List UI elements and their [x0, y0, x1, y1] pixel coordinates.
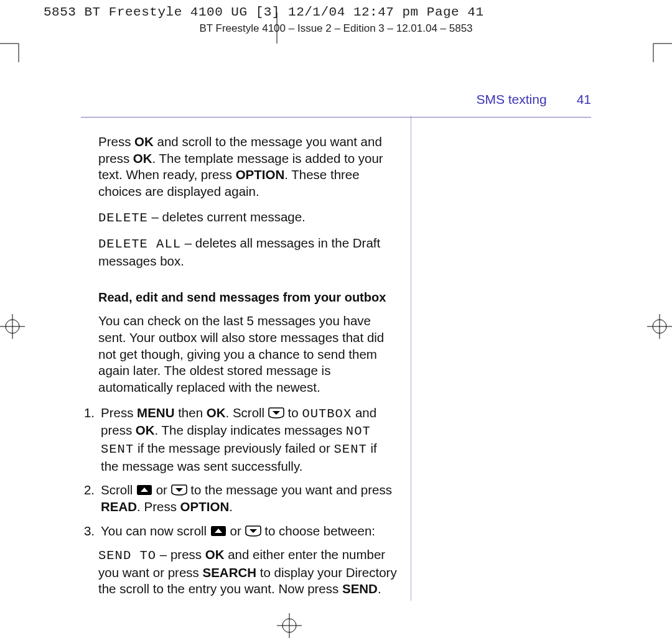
key-read: READ	[101, 499, 137, 514]
subsection-heading: Read, edit and send messages from your o…	[98, 289, 397, 305]
lcd-text: SENT	[334, 442, 367, 456]
key-send: SEND	[342, 581, 378, 596]
registration-mark-icon	[644, 311, 672, 342]
paragraph: DELETE ALL – deletes all messages in the…	[98, 235, 397, 269]
key-ok: OK	[133, 151, 152, 165]
svg-point-6	[282, 619, 296, 632]
paragraph: Press OK and scroll to the message you w…	[98, 134, 397, 200]
lcd-text: SEND TO	[98, 548, 156, 563]
body-column: Press OK and scroll to the message you w…	[98, 134, 397, 605]
up-arrow-icon	[136, 484, 152, 496]
registration-mark-icon	[274, 610, 305, 638]
up-arrow-icon	[210, 525, 226, 537]
key-option: OPTION	[236, 167, 285, 182]
paragraph: You can check on the last 5 messages you…	[98, 313, 397, 395]
list-number: 3.	[81, 523, 95, 540]
crop-mark-icon	[647, 37, 672, 62]
list-number: 1.	[81, 405, 95, 475]
lcd-text: DELETE ALL	[98, 237, 181, 251]
list-item: 1. Press MENU then OK. Scroll to OUTBOX …	[81, 405, 397, 475]
ordered-list: 1. Press MENU then OK. Scroll to OUTBOX …	[98, 405, 397, 598]
page-number: 41	[577, 92, 591, 107]
list-item: 3. You can now scroll or to choose betwe…	[81, 523, 397, 540]
lcd-text: DELETE	[98, 211, 148, 225]
list-item: 2. Scroll or to the message you want and…	[81, 482, 397, 515]
key-ok: OK	[136, 423, 155, 437]
paragraph: DELETE – deletes current message.	[98, 209, 397, 227]
key-menu: MENU	[137, 405, 174, 420]
key-ok: OK	[205, 547, 225, 562]
column-divider	[411, 116, 411, 601]
key-ok: OK	[207, 405, 226, 420]
section-title: SMS texting	[476, 92, 546, 107]
down-arrow-icon	[268, 407, 284, 418]
list-number: 2.	[81, 482, 95, 515]
document-header: BT Freestyle 4100 – Issue 2 – Edition 3 …	[0, 22, 672, 35]
down-arrow-icon	[171, 484, 187, 496]
down-arrow-icon	[245, 525, 261, 537]
svg-point-3	[653, 320, 666, 333]
list-item-continuation: SEND TO – press OK and either enter the …	[98, 547, 397, 598]
crop-mark-icon	[0, 37, 25, 62]
print-slug-line: 5853 BT Freestyle 4100 UG [3] 12/1/04 12…	[44, 5, 484, 19]
lcd-text: OUTBOX	[302, 407, 352, 421]
registration-mark-icon	[0, 311, 28, 342]
key-option: OPTION	[180, 499, 230, 514]
key-ok: OK	[134, 134, 154, 149]
key-search: SEARCH	[203, 565, 257, 580]
svg-point-0	[6, 320, 19, 333]
section-header: SMS texting 41	[81, 92, 591, 118]
